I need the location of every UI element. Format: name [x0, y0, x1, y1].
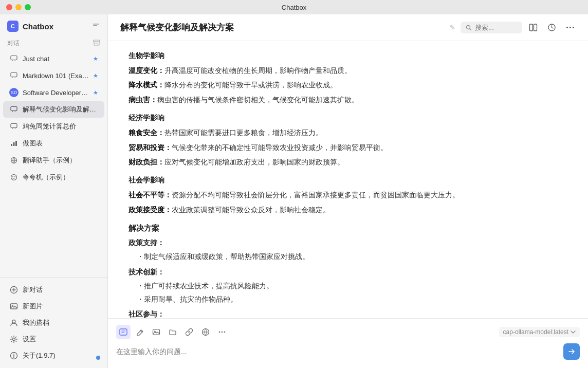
sidebar-collapse-button[interactable]	[92, 22, 100, 31]
send-button[interactable]	[563, 343, 580, 360]
more-options-button[interactable]	[562, 20, 578, 35]
policy-item-0: ・制定气候适应和减缓政策，帮助热带国家应对挑战。	[128, 251, 567, 262]
svg-point-20	[467, 25, 470, 29]
edit-icon[interactable]: ✎	[450, 24, 455, 31]
economy-item-0: 粮食安全：热带国家可能需要进口更多粮食，增加经济压力。	[128, 127, 567, 138]
chat-text-input[interactable]	[116, 347, 558, 356]
chat-icon	[9, 105, 19, 114]
new-image-button[interactable]: 新图片	[3, 298, 104, 315]
sidebar-item-software-dev[interactable]: SD Software Developer (E... ★	[3, 84, 104, 101]
window-title: Chatbox	[282, 4, 306, 11]
chat-title: 解释气候变化影响及解决方案	[120, 22, 445, 33]
economy-section: 经济学影响 粮食安全：热带国家可能需要进口更多粮食，增加经济压力。 贸易和投资：…	[128, 114, 567, 168]
economy-key-1: 贸易和投资：	[128, 143, 172, 152]
erase-tool-button[interactable]	[133, 325, 147, 339]
svg-rect-0	[93, 24, 99, 25]
sidebar-item-translate[interactable]: 翻译助手（示例）	[3, 152, 104, 169]
star-icon: ★	[93, 72, 98, 79]
new-image-label: 新图片	[23, 302, 98, 311]
archive-icon[interactable]	[93, 39, 100, 48]
biology-val-0: 升高温度可能改变植物的生长周期，影响作物产量和品质。	[164, 66, 352, 75]
social-val-0: 资源分配不均可能导致社会阶层分化，富裕国家承接更多责任，而贫困国家面临更大压力。	[172, 191, 460, 199]
input-toolbar: cap-ollama-model:latest	[116, 325, 580, 339]
svg-point-11	[11, 175, 17, 180]
community-title: 社区参与：	[128, 310, 567, 318]
svg-rect-6	[11, 124, 17, 128]
social-section: 社会学影响 社会不平等：资源分配不均可能导致社会阶层分化，富裕国家承接更多责任，…	[128, 176, 567, 215]
economy-item-2: 财政负担：应对气候变化可能增加政府支出，影响国家的财政预算。	[128, 156, 567, 168]
sidebar-item-chart-label: 做图表	[23, 139, 98, 148]
sidebar-item-just-chat[interactable]: Just chat ★	[3, 50, 104, 67]
svg-point-26	[573, 27, 574, 28]
sidebar: C Chatbox 对话 Just chat ★	[0, 14, 108, 368]
new-chat-button[interactable]: 新对话	[3, 282, 104, 298]
economy-val-0: 热带国家可能需要进口更多粮食，增加经济压力。	[164, 128, 323, 137]
sidebar-item-kua-label: 夸夸机（示例）	[23, 173, 98, 182]
economy-item-1: 贸易和投资：气候变化带来的不确定性可能导致农业投资减少，并影响贸易平衡。	[128, 142, 567, 153]
social-val-1: 农业政策调整可能导致公众反对，影响社会稳定。	[172, 206, 330, 214]
chat-content: 生物学影响 温度变化：升高温度可能改变植物的生长周期，影响作物产量和品质。 降水…	[108, 41, 588, 318]
sidebar-item-markdown[interactable]: Markdown 101 (Exam... ★	[3, 67, 104, 84]
sidebar-item-kua[interactable]: 夸夸机（示例）	[3, 169, 104, 186]
search-bar[interactable]	[461, 22, 522, 33]
social-item-0: 社会不平等：资源分配不均可能导致社会阶层分化，富裕国家承接更多责任，而贫困国家面…	[128, 189, 567, 200]
brand-label: Chatbox	[23, 22, 53, 31]
sidebar-item-chicken[interactable]: 鸡兔同笼计算总价	[3, 118, 104, 135]
text-tool-button[interactable]	[116, 325, 131, 339]
social-item-1: 政策接受度：农业政策调整可能导致公众反对，影响社会稳定。	[128, 204, 567, 215]
solution-section: 解决方案 政策支持： ・制定气候适应和减缓政策，帮助热带国家应对挑战。 技术创新…	[128, 224, 567, 318]
folder-tool-button[interactable]	[166, 325, 180, 339]
svg-point-33	[224, 332, 226, 333]
about-label: 关于(1.9.7)	[23, 351, 98, 360]
search-input[interactable]	[475, 24, 516, 31]
chat-header: 解释气候变化影响及解决方案 ✎	[108, 14, 588, 41]
model-label: cap-ollama-model:latest	[503, 328, 568, 336]
svg-rect-27	[120, 329, 127, 335]
model-selector[interactable]: cap-ollama-model:latest	[499, 327, 580, 337]
social-title: 社会学影响	[128, 176, 567, 185]
biology-val-2: 病虫害的传播与气候条件密切相关，气候变化可能加速其扩散。	[157, 96, 359, 104]
brand-icon: C	[7, 21, 19, 32]
biology-item-1: 降水模式：降水分布的变化可能导致干旱或洪涝，影响农业收成。	[128, 79, 567, 90]
minimize-button[interactable]	[15, 4, 22, 10]
biology-val-1: 降水分布的变化可能导致干旱或洪涝，影响农业收成。	[164, 81, 337, 89]
settings-button[interactable]: 设置	[3, 331, 104, 347]
chat-icon	[9, 71, 19, 80]
globe-tool-button[interactable]	[198, 325, 213, 339]
more-tool-button[interactable]	[215, 325, 229, 339]
kua-icon	[9, 173, 19, 182]
chart-icon	[9, 139, 19, 148]
chevron-down-icon	[571, 330, 576, 334]
person-icon	[9, 318, 19, 327]
chat-icon	[9, 122, 19, 131]
translate-icon	[9, 156, 19, 165]
sidebar-item-chart[interactable]: 做图表	[3, 135, 104, 152]
about-button[interactable]: 关于(1.9.7)	[3, 347, 104, 364]
my-partner-button[interactable]: 我的搭档	[3, 315, 104, 331]
svg-rect-2	[94, 40, 100, 42]
image-tool-button[interactable]	[149, 325, 163, 339]
economy-val-2: 应对气候变化可能增加政府支出，影响国家的财政预算。	[164, 158, 344, 166]
close-button[interactable]	[6, 4, 12, 10]
history-button[interactable]	[544, 20, 559, 35]
svg-rect-15	[11, 304, 17, 309]
social-key-0: 社会不平等：	[128, 191, 172, 199]
conversation-section: 对话	[0, 36, 107, 50]
settings-label: 设置	[23, 335, 98, 344]
sidebar-item-chicken-label: 鸡兔同笼计算总价	[23, 122, 98, 131]
sidebar-item-climate-label: 解释气候变化影响及解决方案	[23, 105, 98, 114]
link-tool-button[interactable]	[182, 325, 196, 339]
svg-point-31	[219, 332, 220, 333]
svg-rect-5	[11, 107, 17, 111]
sidebar-item-climate[interactable]: 解释气候变化影响及解决方案	[3, 101, 104, 118]
view-toggle-button[interactable]	[525, 20, 541, 35]
biology-title: 生物学影响	[128, 51, 567, 61]
tech-item-1: ・采用耐旱、抗灾的作物品种。	[128, 293, 567, 305]
gear-icon	[9, 335, 19, 344]
svg-rect-8	[13, 142, 15, 146]
maximize-button[interactable]	[25, 4, 31, 10]
notification-badge	[96, 356, 100, 360]
plus-circle-icon	[9, 285, 19, 295]
tech-title: 技术创新：	[128, 268, 567, 277]
svg-point-32	[222, 332, 223, 333]
